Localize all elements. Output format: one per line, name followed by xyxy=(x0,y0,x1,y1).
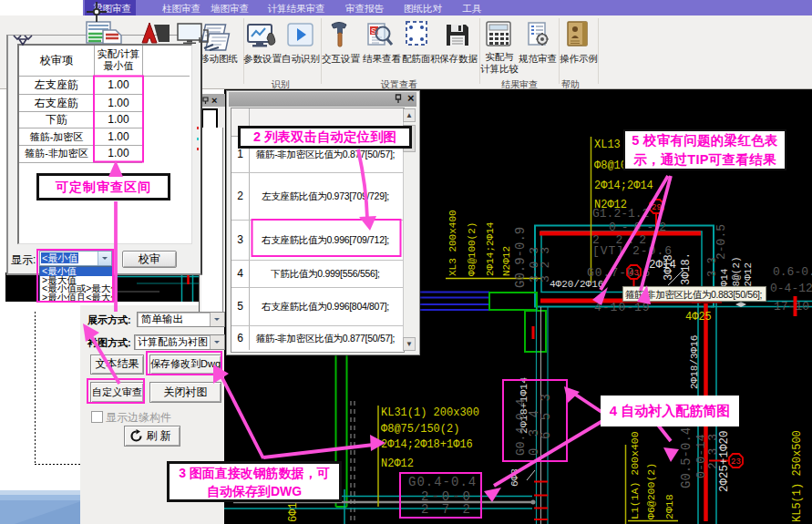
svg-text:4-10-19: 4-10-19 xyxy=(594,301,651,314)
svg-text:KL31(1) 200x300: KL31(1) 200x300 xyxy=(381,406,479,419)
svg-text:G0.4-0.4: G0.4-0.4 xyxy=(514,398,528,456)
svg-text:0.6-0.: 0.6-0. xyxy=(773,265,812,279)
svg-text:[VT] 2-0.6: [VT] 2-0.6 xyxy=(592,244,673,258)
svg-text:2Φ14;2Φ18+1Φ16: 2Φ14;2Φ18+1Φ16 xyxy=(381,438,473,451)
svg-text:G0.5-0.4: G0.5-0.4 xyxy=(679,427,694,488)
svg-text:2Φ14;2Φ14: 2Φ14;2Φ14 xyxy=(485,221,496,276)
svg-text:3 2 3: 3 2 3 xyxy=(539,247,552,283)
svg-text:23: 23 xyxy=(731,457,741,467)
svg-text:XL3 200x400: XL3 200x400 xyxy=(447,210,458,276)
svg-text:2Φ25+1Φ20: 2Φ25+1Φ20 xyxy=(718,430,731,492)
svg-text:4Φ25: 4Φ25 xyxy=(685,311,712,324)
svg-text:G0.7-0.6: G0.7-0.6 xyxy=(587,266,651,280)
svg-text:6Φ8: 6Φ8 xyxy=(509,468,520,487)
svg-text:KL5(1) 250x500: KL5(1) 250x500 xyxy=(791,430,804,522)
svg-text:N2Φ12: N2Φ12 xyxy=(501,246,512,276)
svg-text:0-4-12: 0-4-12 xyxy=(770,282,812,295)
svg-text:0-0-2: 0-0-2 xyxy=(609,221,672,234)
svg-text:L1(1A) 200x400: L1(1A) 200x400 xyxy=(629,431,641,519)
svg-text:2 3 3: 2 3 3 xyxy=(706,434,720,469)
svg-text:3Φ18: 3Φ18 xyxy=(663,254,675,281)
svg-text:G0.9-0.9: G0.9-0.9 xyxy=(513,227,528,288)
svg-text:G0.4-0.4: G0.4-0.4 xyxy=(408,475,477,489)
svg-text:N2Φ12: N2Φ12 xyxy=(381,457,414,470)
svg-text:17-10: 17-10 xyxy=(774,300,809,313)
svg-text:2Φ18/3Φ16: 2Φ18/3Φ16 xyxy=(689,335,700,389)
svg-text:Φ6@200(2): Φ6@200(2) xyxy=(645,463,657,519)
svg-text:4Φ20/2Φ16: 4Φ20/2Φ16 xyxy=(550,279,603,290)
svg-text:29: 29 xyxy=(652,203,662,212)
svg-text:2Φ18: 2Φ18 xyxy=(663,494,675,519)
svg-text:Φ8@100(2): Φ8@100(2) xyxy=(467,222,478,276)
svg-text:6 5 3: 6 5 3 xyxy=(539,392,553,439)
svg-text:G1.2-1.2: G1.2-1.2 xyxy=(592,207,649,221)
svg-text:Φ8@75/150(2): Φ8@75/150(2) xyxy=(381,423,459,436)
svg-text:3Φ18.: 3Φ18. xyxy=(680,252,693,285)
svg-text:2 7 2: 2 7 2 xyxy=(421,502,473,517)
svg-text:2Φ14;2Φ14: 2Φ14;2Φ14 xyxy=(594,180,653,192)
svg-text:2-0.5: 2-0.5 xyxy=(714,224,728,260)
svg-text:3 3: 3 3 xyxy=(706,257,719,277)
